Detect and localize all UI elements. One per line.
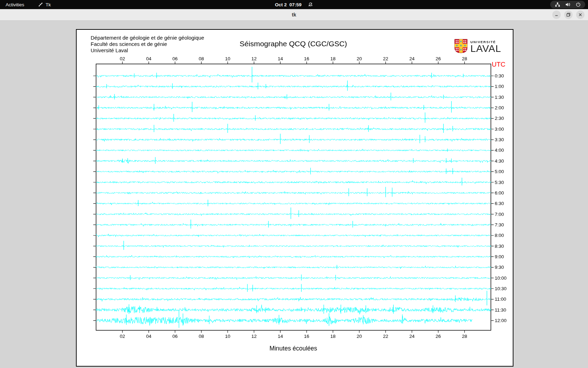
x-axis-label: Minutes écoulées	[96, 345, 491, 352]
activities-label: Activities	[6, 2, 24, 7]
laval-shield-icon	[454, 39, 468, 55]
window-title: tk	[0, 9, 588, 20]
volume-icon	[565, 2, 571, 7]
quick-settings[interactable]	[550, 1, 585, 8]
network-wired-icon	[555, 2, 560, 7]
utc-label: UTC	[492, 61, 505, 68]
activities-button[interactable]: Activities	[0, 0, 30, 9]
clock[interactable]: Oct 2 07:59	[275, 2, 302, 7]
close-button[interactable]	[576, 11, 584, 19]
laval-logo: UNIVERSITÉ LAVAL	[454, 39, 501, 55]
maximize-button[interactable]	[564, 11, 573, 19]
minimize-button[interactable]	[552, 11, 561, 19]
tk-app-icon	[38, 2, 43, 7]
app-indicator[interactable]: Tk	[36, 0, 53, 9]
institution-line: Université Laval	[91, 47, 204, 54]
seismograph-window: Département de géologie et de génie géol…	[76, 29, 513, 367]
window-titlebar[interactable]: tk	[0, 9, 588, 21]
power-icon	[576, 2, 581, 7]
plot-title: Séismographe QCQ (CGC/GSC)	[96, 40, 491, 48]
logo-text-large: LAVAL	[470, 44, 501, 54]
gnome-top-bar: Activities Tk Oct 2 07:59	[0, 0, 588, 9]
app-indicator-label: Tk	[46, 2, 51, 7]
notifications-muted-icon	[308, 2, 313, 7]
seismogram-canvas	[77, 30, 511, 364]
